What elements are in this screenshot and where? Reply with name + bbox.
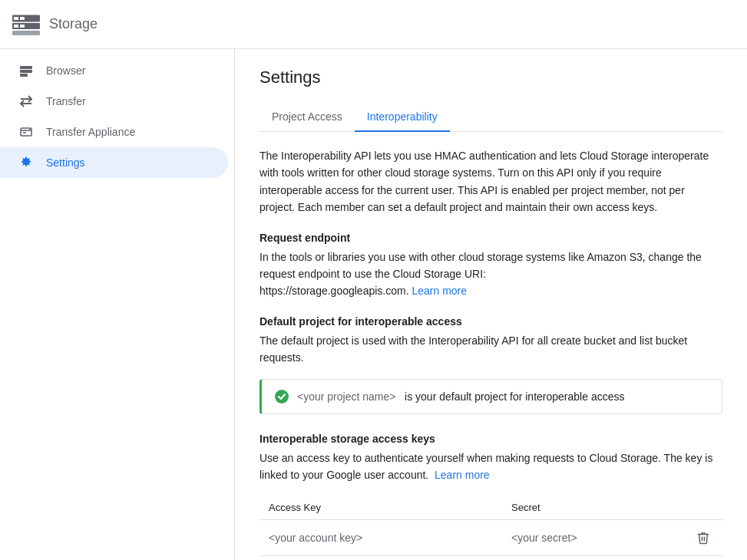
request-endpoint-title: Request endpoint xyxy=(259,232,722,244)
layout: Browser Transfer xyxy=(0,49,747,560)
svg-rect-9 xyxy=(20,70,32,73)
svg-rect-5 xyxy=(14,25,18,28)
default-project-section: Default project for interoperable access… xyxy=(259,315,722,414)
svg-point-15 xyxy=(29,129,31,130)
tab-project-access[interactable]: Project Access xyxy=(259,103,355,132)
tabs: Project Access Interoperability xyxy=(259,103,722,132)
project-box-suffix: is your default project for interoperabl… xyxy=(405,390,624,403)
main-content: Settings Project Access Interoperability… xyxy=(235,49,747,560)
table-row: <your account key><your secret> xyxy=(259,520,722,556)
sidebar-item-settings[interactable]: Settings xyxy=(0,147,228,178)
default-project-box: <your project name> is your default proj… xyxy=(259,379,722,414)
transfer-appliance-icon xyxy=(18,124,34,140)
settings-icon xyxy=(18,155,34,170)
access-keys-learn-more[interactable]: Learn more xyxy=(435,469,490,481)
delete-key-button[interactable] xyxy=(693,528,713,548)
sidebar-item-transfer-label: Transfer xyxy=(46,95,86,107)
svg-rect-10 xyxy=(20,74,28,77)
request-endpoint-section: Request endpoint In the tools or librari… xyxy=(259,232,722,300)
sidebar-item-transfer[interactable]: Transfer xyxy=(0,86,228,117)
transfer-icon xyxy=(18,94,34,109)
svg-rect-2 xyxy=(14,17,18,20)
project-box-text: <your project name> is your default proj… xyxy=(297,390,624,403)
col-access-key: Access Key xyxy=(259,496,502,520)
sidebar-item-browser-label: Browser xyxy=(46,64,85,77)
request-endpoint-desc: In the tools or libraries you use with o… xyxy=(259,249,722,300)
col-secret: Secret xyxy=(502,496,684,520)
access-key-value: <your account key> xyxy=(259,520,502,556)
storage-icon xyxy=(12,14,40,35)
tab-interoperability[interactable]: Interoperability xyxy=(355,103,450,132)
intro-description: The Interoperability API lets you use HM… xyxy=(259,147,722,216)
access-keys-section: Interoperable storage access keys Use an… xyxy=(259,433,722,560)
sidebar-item-transfer-appliance-label: Transfer Appliance xyxy=(46,126,135,138)
svg-rect-6 xyxy=(20,25,25,28)
sidebar-item-settings-label: Settings xyxy=(46,156,85,169)
access-keys-desc: Use an access key to authenticate yourse… xyxy=(259,450,722,484)
svg-rect-7 xyxy=(12,31,40,35)
page-title: Settings xyxy=(259,68,722,87)
svg-rect-3 xyxy=(20,17,25,20)
svg-rect-8 xyxy=(20,66,32,69)
keys-table: Access Key Secret <your account key><you… xyxy=(259,496,722,556)
check-circle-icon xyxy=(274,389,289,404)
sidebar-item-browser[interactable]: Browser xyxy=(0,55,228,86)
secret-value: <your secret> xyxy=(502,520,684,556)
access-keys-title: Interoperable storage access keys xyxy=(259,433,722,445)
app-title: Storage xyxy=(49,16,98,32)
sidebar-item-transfer-appliance[interactable]: Transfer Appliance xyxy=(0,117,228,147)
top-header: Storage xyxy=(0,0,747,49)
sidebar: Browser Transfer xyxy=(0,49,235,560)
request-endpoint-learn-more[interactable]: Learn more xyxy=(412,285,467,297)
svg-point-18 xyxy=(275,390,289,404)
project-name: <your project name> xyxy=(297,390,395,403)
browser-icon xyxy=(18,63,34,78)
default-project-title: Default project for interoperable access xyxy=(259,315,722,328)
default-project-desc: The default project is used with the Int… xyxy=(259,332,722,367)
